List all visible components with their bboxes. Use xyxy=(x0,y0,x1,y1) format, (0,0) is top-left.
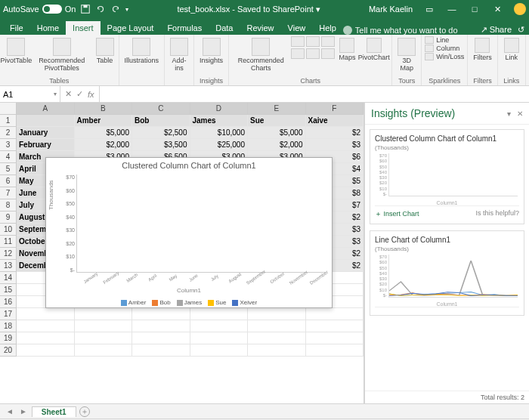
sheet-nav-next-icon[interactable]: ► xyxy=(18,407,29,415)
cell[interactable] xyxy=(306,320,364,332)
row-header[interactable]: 4 xyxy=(0,151,17,163)
cell[interactable]: February xyxy=(17,139,75,151)
formula-input[interactable] xyxy=(100,86,529,102)
row-header[interactable]: 17 xyxy=(0,308,17,320)
pivotchart-button[interactable]: PivotChart xyxy=(359,36,388,63)
sheet-nav-prev-icon[interactable]: ◄ xyxy=(5,407,15,415)
tab-review[interactable]: Review xyxy=(240,21,280,35)
is-this-helpful-link[interactable]: Is this helpful? xyxy=(475,209,519,219)
column-header[interactable]: D xyxy=(190,103,249,114)
cell[interactable] xyxy=(248,308,306,320)
cell[interactable] xyxy=(190,344,249,357)
maps-button[interactable]: Maps xyxy=(336,36,357,63)
cell[interactable]: $5,000 xyxy=(75,127,133,139)
chart-type-icon[interactable] xyxy=(306,36,320,47)
row-header[interactable]: 8 xyxy=(0,199,17,212)
select-all-corner[interactable] xyxy=(0,103,17,114)
cell[interactable] xyxy=(75,332,133,344)
cell[interactable]: Amber xyxy=(75,115,133,127)
cell[interactable]: $10,000 xyxy=(190,127,249,139)
tell-me-search[interactable]: Tell me what you want to do xyxy=(343,26,458,35)
row-header[interactable]: 5 xyxy=(0,163,17,175)
pane-close-icon[interactable]: ✕ xyxy=(517,110,523,118)
cell[interactable]: $5,000 xyxy=(248,127,306,139)
window-title[interactable]: test_book.xlsx - Saved to SharePoint ▾ xyxy=(128,5,369,14)
insights-button[interactable]: Insights xyxy=(197,36,225,66)
addins-button[interactable]: Add-ins xyxy=(168,36,190,74)
cell[interactable] xyxy=(17,332,75,344)
row-header[interactable]: 19 xyxy=(0,332,17,344)
row-header[interactable]: 11 xyxy=(0,236,17,248)
row-header[interactable]: 1 xyxy=(0,115,17,127)
cell[interactable]: $2 xyxy=(306,127,364,139)
row-header[interactable]: 9 xyxy=(0,212,17,224)
recommended-pivottables-button[interactable]: Recommended PivotTables xyxy=(31,36,93,74)
cancel-formula-icon[interactable]: ✕ xyxy=(65,89,72,99)
cell[interactable] xyxy=(306,332,364,344)
row-header[interactable]: 14 xyxy=(0,272,17,284)
insert-chart-button[interactable]: ＋ Insert Chart xyxy=(375,209,419,219)
embedded-chart[interactable]: Clustered Column Chart of Column1 Thousa… xyxy=(45,157,333,308)
column-header[interactable]: F xyxy=(306,103,364,114)
row-header[interactable]: 16 xyxy=(0,296,17,308)
row-header[interactable]: 6 xyxy=(0,175,17,187)
cell[interactable]: $25,000 xyxy=(190,139,249,151)
column-header[interactable]: C xyxy=(132,103,190,114)
cell[interactable] xyxy=(132,320,190,332)
row-header[interactable]: 13 xyxy=(0,260,17,272)
tab-insert[interactable]: Insert xyxy=(66,21,101,35)
sparkline-line-button[interactable]: Line xyxy=(425,36,464,44)
cell[interactable] xyxy=(248,344,306,357)
maximize-icon[interactable]: □ xyxy=(464,2,485,16)
cell[interactable]: January xyxy=(17,127,75,139)
insight-card-column[interactable]: Clustered Column Chart of Column1 (Thous… xyxy=(370,129,524,224)
sparkline-column-button[interactable]: Column xyxy=(425,45,464,52)
fx-icon[interactable]: fx xyxy=(88,90,94,99)
3d-map-button[interactable]: 3D Map xyxy=(395,36,418,74)
cell[interactable] xyxy=(75,344,133,357)
cell[interactable] xyxy=(75,320,133,332)
cell[interactable]: James xyxy=(190,115,249,127)
cell[interactable]: $2,500 xyxy=(132,127,190,139)
cell[interactable] xyxy=(17,320,75,332)
table-button[interactable]: Table xyxy=(94,36,116,66)
worksheet-grid[interactable]: ABCDEF 1AmberBobJamesSueXaive2January$5,… xyxy=(0,103,364,403)
filters-button[interactable]: Filters xyxy=(471,36,494,63)
close-icon[interactable]: ✕ xyxy=(487,2,508,16)
share-button[interactable]: ↗ Share xyxy=(481,25,512,35)
feedback-smiley-icon[interactable] xyxy=(514,3,526,15)
cell[interactable] xyxy=(132,332,190,344)
cell[interactable] xyxy=(17,308,75,320)
cell[interactable] xyxy=(132,308,190,320)
cell[interactable] xyxy=(190,308,249,320)
tab-help[interactable]: Help xyxy=(312,21,343,35)
illustrations-button[interactable]: Illustrations xyxy=(122,36,162,66)
name-box[interactable]: A1 xyxy=(0,86,60,102)
column-header[interactable]: A xyxy=(17,103,75,114)
toggle-icon[interactable] xyxy=(42,5,62,14)
row-header[interactable]: 12 xyxy=(0,248,17,260)
cell[interactable]: $3 xyxy=(306,139,364,151)
cell[interactable]: $2,000 xyxy=(248,139,306,151)
row-header[interactable]: 7 xyxy=(0,187,17,199)
link-button[interactable]: Link xyxy=(501,36,522,63)
ribbon-display-icon[interactable]: ▭ xyxy=(419,2,440,16)
tab-data[interactable]: Data xyxy=(209,21,240,35)
row-header[interactable]: 10 xyxy=(0,224,17,236)
pane-dropdown-icon[interactable]: ▾ xyxy=(507,110,511,118)
cell[interactable] xyxy=(190,320,249,332)
pivottable-button[interactable]: PivotTable xyxy=(3,36,29,66)
cell[interactable] xyxy=(17,344,75,357)
cell[interactable] xyxy=(306,308,364,320)
chart-type-icon[interactable] xyxy=(321,36,335,47)
cell[interactable] xyxy=(306,344,364,357)
chart-type-icon[interactable] xyxy=(291,48,305,59)
tab-home[interactable]: Home xyxy=(30,21,66,35)
row-header[interactable]: 15 xyxy=(0,284,17,296)
sparkline-winloss-button[interactable]: Win/Loss xyxy=(425,53,464,60)
minimize-icon[interactable]: — xyxy=(441,2,462,16)
tab-formulas[interactable]: Formulas xyxy=(160,21,209,35)
tab-file[interactable]: File xyxy=(3,21,30,35)
sheet-tab[interactable]: Sheet1 xyxy=(32,406,76,417)
row-header[interactable]: 20 xyxy=(0,344,17,357)
